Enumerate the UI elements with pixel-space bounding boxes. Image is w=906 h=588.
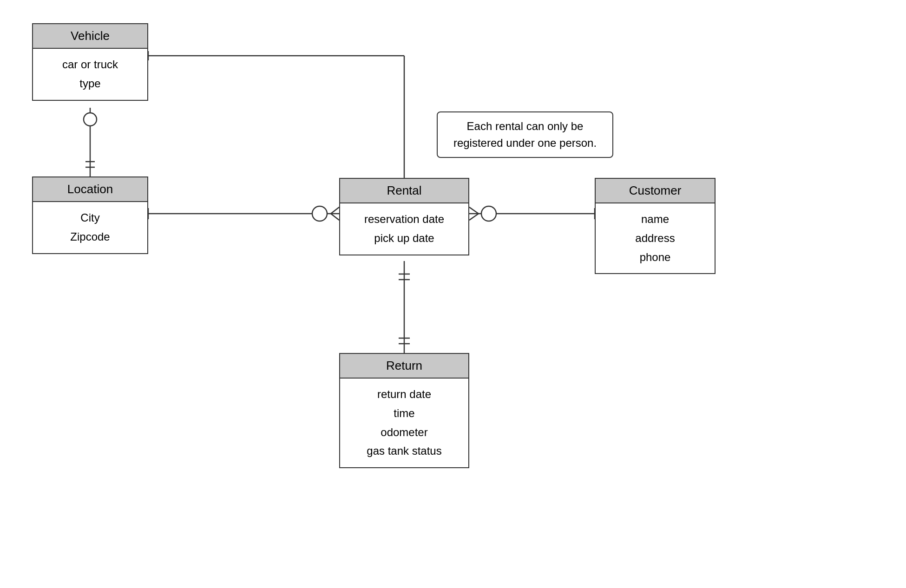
svg-line-11 [331, 214, 339, 220]
svg-point-15 [481, 206, 496, 221]
vehicle-entity: Vehicle car or truck type [32, 23, 148, 101]
location-attr-1: City [42, 209, 138, 228]
vehicle-header: Vehicle [33, 24, 147, 49]
note-text: Each rental can only beregistered under … [453, 120, 597, 149]
return-entity: Return return date time odometer gas tan… [339, 353, 469, 468]
svg-line-14 [469, 214, 479, 220]
note-box: Each rental can only beregistered under … [437, 111, 613, 158]
vehicle-body: car or truck type [33, 49, 147, 100]
return-attr-3: odometer [349, 423, 459, 442]
svg-line-13 [469, 207, 479, 214]
return-attr-4: gas tank status [349, 442, 459, 461]
svg-line-10 [331, 207, 339, 214]
svg-point-9 [312, 206, 327, 221]
return-attr-2: time [349, 404, 459, 423]
customer-entity: Customer name address phone [595, 178, 716, 274]
customer-body: name address phone [596, 203, 715, 273]
rental-entity: Rental reservation date pick up date [339, 178, 469, 255]
er-diagram: Vehicle car or truck type Location City … [0, 0, 906, 588]
rental-header: Rental [340, 179, 468, 203]
rental-attr-1: reservation date [349, 210, 459, 229]
return-attr-1: return date [349, 385, 459, 404]
customer-attr-1: name [605, 210, 705, 229]
return-header: Return [340, 354, 468, 379]
rental-body: reservation date pick up date [340, 203, 468, 255]
return-body: return date time odometer gas tank statu… [340, 379, 468, 467]
rental-attr-2: pick up date [349, 229, 459, 248]
customer-attr-2: address [605, 229, 705, 248]
vehicle-attr-1: car or truck [42, 55, 138, 74]
svg-point-4 [84, 113, 97, 126]
customer-header: Customer [596, 179, 715, 203]
location-header: Location [33, 177, 147, 202]
vehicle-attr-2: type [42, 74, 138, 93]
location-attr-2: Zipcode [42, 228, 138, 247]
location-entity: Location City Zipcode [32, 176, 148, 254]
location-body: City Zipcode [33, 202, 147, 253]
customer-attr-3: phone [605, 248, 705, 267]
